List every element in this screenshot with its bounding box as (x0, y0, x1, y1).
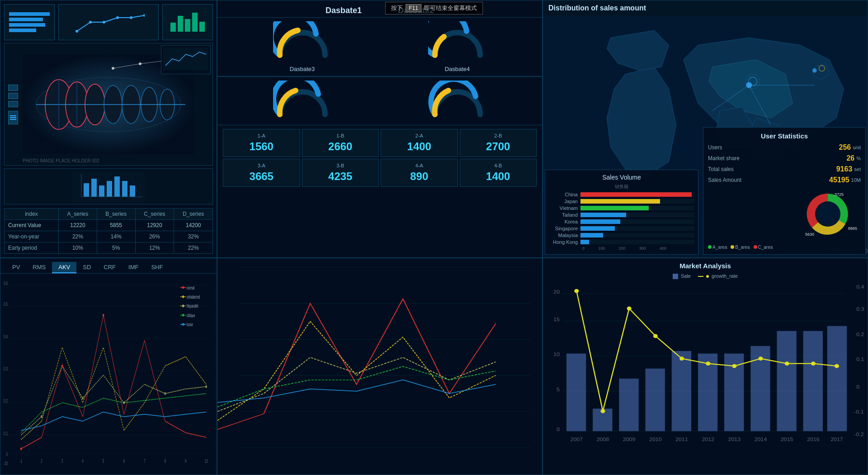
svg-text:5: 5 (103, 458, 104, 464)
donut-svg: 3725 8865 5630 (798, 187, 857, 241)
svg-point-78 (82, 397, 83, 399)
svg-rect-125 (646, 369, 665, 431)
metric-label: 2-B (464, 133, 533, 138)
svg-point-80 (164, 392, 165, 395)
svg-text:loose: loose (187, 323, 193, 328)
us-row-sales-amount: Sales Amount4519510M (708, 176, 861, 184)
svg-point-74 (20, 447, 22, 450)
us-row-value: 45195 (829, 176, 849, 184)
sv-title: Sales Volume (549, 174, 694, 181)
chart-tab-sd[interactable]: SD (76, 262, 97, 273)
svg-text:8: 8 (164, 458, 165, 464)
svg-text:7: 7 (144, 458, 145, 464)
svg-point-77 (41, 415, 42, 418)
sv-country-label: Vietnam (549, 205, 580, 211)
svg-text:0.1: 0.1 (856, 356, 864, 362)
mini-panel-2 (58, 4, 159, 40)
svg-point-95 (182, 323, 184, 326)
metric-label: 1-A (227, 133, 296, 138)
svg-text:0.2: 0.2 (856, 331, 864, 337)
chart-area: 0.6 0.5 0.4 0.3 0.2 0.1 0 -20 -1 2 3 (0, 274, 217, 467)
metric-label: 2-A (385, 133, 454, 138)
us-row-users: Users256unit (708, 143, 861, 152)
svg-point-133 (574, 289, 579, 293)
chart-tab-crf[interactable]: CRF (97, 262, 122, 273)
svg-text:8865: 8865 (848, 226, 857, 231)
svg-point-134 (601, 409, 605, 413)
svg-point-89 (182, 304, 184, 307)
data-table: index A_series B_series C_series D_serie… (4, 208, 213, 254)
svg-text:2011: 2011 (675, 437, 688, 442)
svg-point-75 (61, 365, 63, 367)
metric-label: 1-B (306, 133, 375, 138)
svg-rect-27 (107, 181, 112, 197)
svg-text:0.5: 0.5 (4, 301, 8, 307)
mini-panel-3 (162, 4, 213, 40)
metric-value: 2700 (464, 140, 533, 153)
ctrl-btn-1[interactable] (8, 85, 18, 91)
svg-text:3725: 3725 (835, 192, 844, 197)
svg-point-36 (746, 82, 752, 88)
legend-sale-icon (673, 274, 678, 279)
svg-point-139 (732, 364, 736, 368)
us-legend: A_area B_area C_area (708, 245, 861, 250)
chart-tab-pv[interactable]: PV (6, 262, 26, 273)
col-index: index (5, 209, 59, 220)
svg-rect-132 (827, 326, 847, 431)
svg-rect-131 (803, 331, 823, 431)
sv-bar-bg (580, 213, 694, 217)
us-row-unit: % (856, 156, 861, 161)
legend-growth-label: growth_rate (712, 273, 738, 279)
svg-rect-122 (566, 354, 586, 432)
gauge-3 (271, 81, 334, 121)
notification-prefix: 按下 (391, 4, 403, 12)
svg-text:0.4: 0.4 (4, 334, 8, 339)
user-stats-panel: User Statistics Users256unitMarket share… (703, 127, 866, 255)
chart-tab-imf[interactable]: IMF (122, 262, 145, 273)
svg-point-0 (75, 30, 78, 33)
sv-bar (580, 226, 615, 231)
us-row-label: Total sales (708, 166, 836, 172)
gauge-4-svg (428, 81, 487, 121)
sv-country-label: Singapore (549, 226, 580, 231)
us-row-value: 256 (839, 143, 851, 152)
ctrl-btn-3[interactable] (8, 101, 18, 107)
svg-text:0.4: 0.4 (856, 284, 864, 289)
svg-text:4: 4 (82, 458, 83, 464)
market-chart-svg: 20 15 10 5 0 0.4 0.3 0.2 0.1 0 -0.1 -0.2 (543, 281, 868, 471)
us-row-value: 26 (846, 154, 854, 162)
linechart-panel (217, 258, 542, 475)
legend-growth-dot (706, 275, 709, 278)
svg-text:2007: 2007 (571, 437, 583, 442)
gauges-row-1 (217, 17, 542, 66)
bottom-bar-chart (72, 172, 145, 201)
svg-text:0: 0 (6, 451, 7, 457)
ctrl-btn-2[interactable] (8, 93, 18, 99)
svg-text:2014: 2014 (755, 437, 767, 442)
svg-point-141 (785, 361, 789, 366)
notification-suffix: 即可结束全窗幕模式 (424, 4, 477, 12)
chart-tab-rms[interactable]: RMS (26, 262, 52, 273)
sv-country-label: China (549, 192, 580, 197)
gauge-3-svg (273, 81, 332, 121)
svg-text:0: 0 (557, 427, 560, 432)
gauge-4 (426, 81, 489, 121)
sv-bars: ChinaJapanVietnamTailandKoreaSingaporeMa… (549, 192, 694, 245)
us-rows: Users256unitMarket share26%Total sales91… (708, 143, 861, 184)
svg-rect-28 (114, 176, 120, 197)
svg-point-76 (103, 314, 104, 317)
sv-row-korea: Korea (549, 219, 694, 224)
side-controls (8, 85, 18, 124)
col-b: B_series (97, 209, 135, 220)
chart-tab-shf[interactable]: SHF (145, 262, 169, 273)
metric-value: 3665 (227, 170, 296, 183)
us-row-total-sales: Total sales9163set (708, 165, 861, 173)
sv-row-china: China (549, 192, 694, 197)
sv-bar-bg (580, 206, 694, 210)
svg-point-86 (182, 295, 184, 298)
metric-label: 4-A (385, 163, 454, 168)
metric-cell: 3-A3665 (223, 159, 300, 187)
machinery-image: PHOTO IMAGE PLACE HOLDER 002 (4, 43, 213, 166)
chart-tab-akv[interactable]: AKV (52, 262, 76, 273)
chart-tabs: PVRMSAKVSDCRFIMFSHF (0, 258, 217, 274)
